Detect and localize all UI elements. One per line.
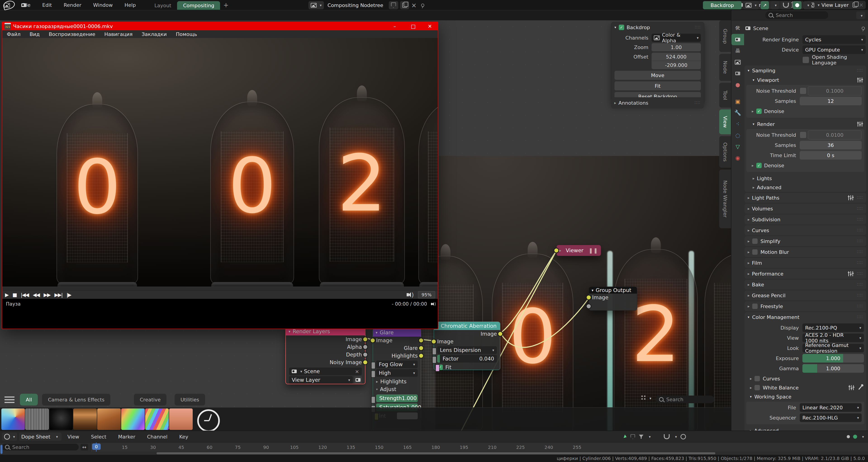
backdrop-zoom-field[interactable]: 1.00 <box>652 43 701 51</box>
play-button[interactable]: ▶ <box>5 292 8 298</box>
dispersion-type-dropdown[interactable]: Lens Dispersion▾ <box>437 346 497 354</box>
node-viewer[interactable]: ▸Viewer ❚❚ <box>556 245 601 256</box>
socket-noisy-image-out[interactable] <box>363 360 368 365</box>
sidebar-tab-options[interactable]: Options <box>719 136 731 168</box>
tab-material[interactable]: ◉ <box>732 152 744 164</box>
asset-thumbnail[interactable] <box>145 408 169 430</box>
curves-checkbox[interactable] <box>754 376 760 382</box>
rewind-button[interactable]: ◀◀ <box>33 292 39 298</box>
presets-icon[interactable] <box>857 122 863 127</box>
viewport-subpanel-header[interactable]: ▾Viewport <box>745 75 866 85</box>
menu-render[interactable]: Render <box>58 0 87 10</box>
socket-hidden-in[interactable] <box>371 362 375 369</box>
only-selected-icon[interactable] <box>624 435 627 439</box>
playhead-current-frame[interactable]: 0 <box>92 443 101 450</box>
shelf-tab-utilities[interactable]: Utilities <box>175 394 205 405</box>
dope-timeline-ruler[interactable]: 1530456075901051201351501651801952102252… <box>91 442 868 452</box>
skip-forward-button[interactable]: ▶▶| <box>55 292 62 298</box>
socket-image-in[interactable] <box>554 248 559 253</box>
backdrop-move-button[interactable]: Move <box>615 71 701 80</box>
motion-blur-checkbox[interactable] <box>752 249 758 255</box>
minimize-button[interactable]: – <box>387 24 402 29</box>
menu-help[interactable]: Help <box>119 0 142 10</box>
remove-icon[interactable]: × <box>859 2 864 8</box>
pin-nodetree-icon[interactable] <box>421 4 424 7</box>
volume-percent[interactable]: 95% <box>418 291 435 298</box>
menu-view[interactable]: View <box>62 432 85 442</box>
menu-edit[interactable]: Edit <box>36 0 58 10</box>
snap-magnet-icon[interactable] <box>664 434 670 439</box>
tab-tool[interactable]: 🛠 <box>732 23 744 34</box>
render-layer-button[interactable] <box>354 376 362 384</box>
white-balance-subpanel[interactable]: ▸White Balance <box>745 383 866 392</box>
shelf-menu-icon[interactable] <box>4 396 14 404</box>
tab-world[interactable]: ● <box>732 79 744 90</box>
asset-thumbnail[interactable] <box>169 408 193 430</box>
editor-type-selector[interactable]: ▾ <box>2 433 17 441</box>
socket-image-in[interactable] <box>370 338 375 343</box>
socket-depth-out[interactable] <box>363 352 368 357</box>
only-errors-icon[interactable] <box>630 434 635 439</box>
backdrop-toggle-button[interactable]: Backdrop <box>703 1 742 9</box>
node-view-layer-selector[interactable]: View Layer▾ <box>289 376 353 384</box>
socket-factor-in[interactable] <box>432 356 436 363</box>
backdrop-channels-button[interactable]: ▾ <box>743 1 759 9</box>
menu-channel[interactable]: Channel <box>141 432 173 442</box>
backdrop-fit-button[interactable]: Fit <box>615 81 701 90</box>
socket-image-out[interactable] <box>418 338 424 343</box>
node-group-output[interactable]: ▾Group Output Image <box>589 287 637 310</box>
properties-filter-dropdown[interactable]: ▾ <box>856 11 865 19</box>
shelf-tab-creative[interactable]: Creative <box>134 394 166 405</box>
maximize-button[interactable]: □ <box>405 24 422 29</box>
render-subpanel-header[interactable]: ▾Render <box>745 120 866 129</box>
asset-thumbnail[interactable] <box>121 408 145 430</box>
socket-image-out[interactable] <box>363 336 368 342</box>
sidebar-tab-view[interactable]: View <box>719 109 731 134</box>
close-nodetree-button[interactable]: × <box>409 2 419 9</box>
mute-icon[interactable]: ❚❚ <box>588 248 598 253</box>
glare-adjust-section[interactable]: ▾Adjust <box>373 385 421 393</box>
node-render-layers[interactable]: ▾Render Layers Image Alpha Depth Noisy I… <box>285 327 366 384</box>
shelf-tab-all[interactable]: All <box>20 394 38 405</box>
backdrop-offset-x-field[interactable]: 524.000 <box>652 53 701 61</box>
node-tree-browser[interactable]: ▾ <box>308 1 324 9</box>
look-dropdown[interactable]: Reference Gamut Compression▾ <box>802 344 864 352</box>
overlays-icon[interactable] <box>853 435 857 439</box>
simplify-checkbox[interactable] <box>752 238 758 244</box>
fake-user-shield-button[interactable] <box>389 1 398 9</box>
presets-icon[interactable] <box>857 77 863 82</box>
color-management-header[interactable]: ▾Color Management········ <box>745 312 866 322</box>
curve-overlay-toggle[interactable]: ↗ <box>761 1 769 9</box>
clear-icon[interactable]: × <box>355 369 359 374</box>
gamma-slider[interactable]: 1.000 <box>802 364 864 373</box>
snap-magnet-toggle[interactable] <box>781 1 791 9</box>
tab-object[interactable]: ▣ <box>732 96 744 107</box>
menu-file[interactable]: File <box>16 0 36 10</box>
panel-bake[interactable]: ▸Bake········ <box>745 279 866 290</box>
node-scene-selector[interactable]: ▾Scene× <box>289 367 362 375</box>
sidebar-tab-group[interactable]: Group <box>719 20 731 52</box>
add-workspace-button[interactable]: + <box>220 0 231 10</box>
menu-key[interactable]: Key <box>174 432 194 442</box>
socket-image-in[interactable] <box>431 339 436 344</box>
panel-subdivision[interactable]: ▸Subdivision········ <box>745 214 866 225</box>
socket-glare-out[interactable] <box>418 345 424 351</box>
viewport-noise-threshold-field[interactable]: 0.1000 <box>808 86 862 95</box>
render-samples-field[interactable]: 36 <box>800 141 862 150</box>
panel-simplify[interactable]: ▸Simplify········ <box>745 236 866 246</box>
viewport-noise-threshold-checkbox[interactable] <box>800 88 806 94</box>
proportional-edit-icon[interactable] <box>681 434 686 439</box>
sequencer-colorspace-dropdown[interactable]: Rec.2100-HLG▾ <box>800 414 862 422</box>
working-space-subpanel-header[interactable]: ▾Working Space <box>745 392 866 401</box>
panel-volumes[interactable]: ▸Volumes········ <box>745 204 866 213</box>
player-menu-favorites[interactable]: Закладки <box>137 31 171 37</box>
time-limit-field[interactable]: 0 s <box>800 151 862 160</box>
pin-id-icon[interactable] <box>862 27 865 30</box>
horizontal-scrollbar[interactable] <box>156 452 715 454</box>
render-noise-threshold-checkbox[interactable] <box>800 132 806 138</box>
backdrop-offset-y-field[interactable]: -209.000 <box>652 61 701 69</box>
render-noise-threshold-field[interactable]: 0.0100 <box>808 130 862 139</box>
panel-curves[interactable]: ▸Curves········ <box>745 225 866 235</box>
tab-view-layer[interactable] <box>732 57 744 68</box>
dope-sheet-mode-dropdown[interactable]: Dope Sheet▾ <box>19 433 62 441</box>
